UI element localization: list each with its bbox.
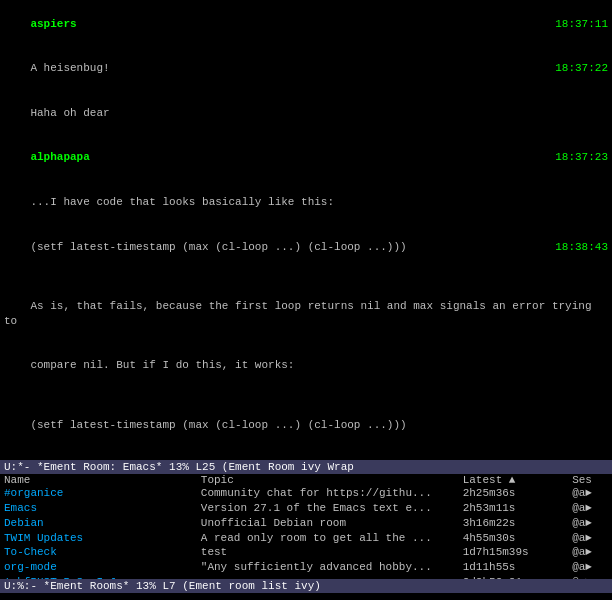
message-text: (setf latest-timestamp (max (cl-loop ...… bbox=[30, 241, 406, 253]
timestamp: 18:37:23 bbox=[555, 150, 608, 165]
message-text: A heisenbug! bbox=[30, 62, 109, 74]
room-latest-cell: 2h53m11s bbox=[459, 501, 569, 516]
message-text: ...I have code that looks basically like… bbox=[30, 196, 334, 208]
room-name-cell[interactable]: To-Check bbox=[0, 545, 197, 560]
room-latest-cell: 4h55m30s bbox=[459, 531, 569, 546]
chat-line: Haha oh dear bbox=[4, 91, 608, 136]
table-row: #organiceCommunity chat for https://gith… bbox=[0, 486, 612, 501]
message-text: (setf latest-timestamp (max (cl-loop ...… bbox=[30, 419, 406, 431]
col-header-name: Name bbox=[0, 474, 197, 486]
chat-line: (error "WHAT? %S" latest-timestamp) bbox=[4, 447, 608, 460]
room-ses-cell: @a► bbox=[568, 501, 612, 516]
chat-line: compare nil. But if I do this, it works: bbox=[4, 343, 608, 388]
table-row: org-mode"Any sufficiently advanced hobby… bbox=[0, 560, 612, 575]
room-ses-cell: @a► bbox=[568, 531, 612, 546]
table-row: To-Checktest1d7h15m39s@a► bbox=[0, 545, 612, 560]
status-bar-top-text: U:*- *Ement Room: Emacs* 13% L25 (Ement … bbox=[4, 461, 354, 473]
chat-message: 18:37:23alphapapa bbox=[4, 136, 608, 181]
table-row: EmacsVersion 27.1 of the Emacs text e...… bbox=[0, 501, 612, 516]
message-text: Haha oh dear bbox=[30, 107, 109, 119]
chat-line: 18:38:43(setf latest-timestamp (max (cl-… bbox=[4, 225, 608, 270]
username: alphapapa bbox=[30, 151, 89, 163]
col-header-latest: Latest ▲ bbox=[459, 474, 569, 486]
rooms-tbody: #organiceCommunity chat for https://gith… bbox=[0, 486, 612, 579]
chat-message: 18:37:11aspiers bbox=[4, 2, 608, 47]
chat-line bbox=[4, 388, 608, 403]
room-topic-cell: Unofficial Debian room bbox=[197, 516, 459, 531]
room-topic-cell: Version 27.1 of the Emacs text e... bbox=[197, 501, 459, 516]
message-text: compare nil. But if I do this, it works: bbox=[30, 359, 294, 371]
room-latest-cell: 2h25m36s bbox=[459, 486, 569, 501]
room-latest-cell: 3h16m22s bbox=[459, 516, 569, 531]
room-name-cell[interactable]: #organice bbox=[0, 486, 197, 501]
room-ses-cell: @a► bbox=[568, 516, 612, 531]
room-latest-cell: 1d7h15m39s bbox=[459, 545, 569, 560]
status-bar-top: U:*- *Ement Room: Emacs* 13% L25 (Ement … bbox=[0, 460, 612, 474]
room-name-cell[interactable]: TWIM Updates bbox=[0, 531, 197, 546]
timestamp: 18:37:22 bbox=[555, 61, 608, 76]
col-header-ses: Ses bbox=[568, 474, 612, 486]
timestamp: 18:37:11 bbox=[555, 17, 608, 32]
room-name-cell[interactable]: Emacs bbox=[0, 501, 197, 516]
chat-area: 18:37:11aspiers 18:37:22A heisenbug! Hah… bbox=[0, 0, 612, 460]
room-topic-cell: Community chat for https://githu... bbox=[197, 486, 459, 501]
rooms-table: Name Topic Latest ▲ Ses #organiceCommuni… bbox=[0, 474, 612, 579]
room-topic-cell: "Any sufficiently advanced hobby... bbox=[197, 560, 459, 575]
table-header-row: Name Topic Latest ▲ Ses bbox=[0, 474, 612, 486]
chat-line: ...I have code that looks basically like… bbox=[4, 180, 608, 225]
status-bar-bottom: U:%:- *Ement Rooms* 13% L7 (Ement room l… bbox=[0, 579, 612, 593]
timestamp: 18:38:43 bbox=[555, 240, 608, 255]
room-topic-cell: test bbox=[197, 545, 459, 560]
room-ses-cell: @a► bbox=[568, 486, 612, 501]
username: aspiers bbox=[30, 18, 76, 30]
chat-line bbox=[4, 269, 608, 284]
room-topic-cell: A read only room to get all the ... bbox=[197, 531, 459, 546]
room-name-cell[interactable]: !xbfPHSTwPySgaIeJnz:ma... bbox=[0, 575, 197, 579]
room-ses-cell: @a► bbox=[568, 545, 612, 560]
table-row: TWIM UpdatesA read only room to get all … bbox=[0, 531, 612, 546]
room-name-cell[interactable]: Debian bbox=[0, 516, 197, 531]
rooms-area: Name Topic Latest ▲ Ses #organiceCommuni… bbox=[0, 474, 612, 579]
room-latest-cell: 1d11h55s bbox=[459, 560, 569, 575]
chat-line: As is, that fails, because the first loo… bbox=[4, 284, 608, 343]
status-bar-bottom-text: U:%:- *Ement Rooms* 13% L7 (Ement room l… bbox=[4, 580, 321, 592]
chat-line: 18:37:22A heisenbug! bbox=[4, 47, 608, 92]
chat-line: (setf latest-timestamp (max (cl-loop ...… bbox=[4, 403, 608, 448]
message-text: As is, that fails, because the first loo… bbox=[4, 300, 598, 327]
room-name-cell[interactable]: org-mode bbox=[0, 560, 197, 575]
col-header-topic: Topic bbox=[197, 474, 459, 486]
room-ses-cell: @a► bbox=[568, 560, 612, 575]
table-row: DebianUnofficial Debian room3h16m22s@a► bbox=[0, 516, 612, 531]
